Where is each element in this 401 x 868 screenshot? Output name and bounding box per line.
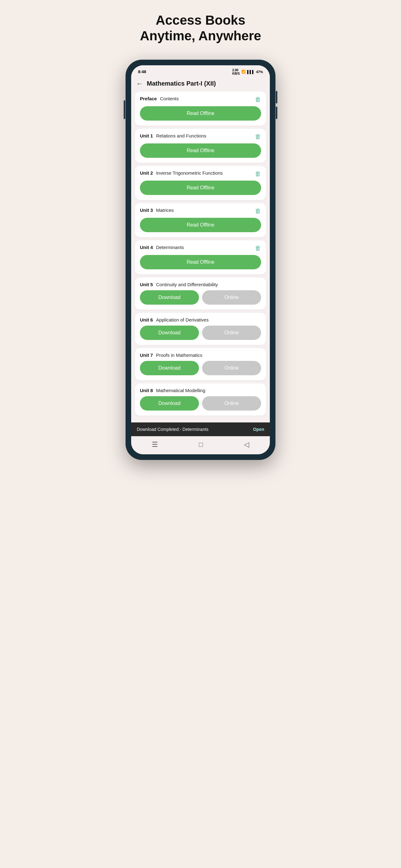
status-bar: 8:48 2.00KB/S 📶 ▌▌▌ 47% [131,65,270,77]
toast-notification: Download Completed:- Determinants Open [131,423,270,436]
read-offline-button-4[interactable]: Read Offline [140,255,261,269]
unit-name-5: Continuity and Differentiability [156,282,218,287]
home-nav-icon[interactable]: □ [199,440,203,449]
unit-header-3: Unit 3 Matrices 🗑 [140,208,261,215]
unit-header-2: Unit 2 Inverse Trigonometric Functions 🗑 [140,170,261,178]
signal-icon: ▌▌▌ [247,70,255,74]
unit-label-5: Unit 5 [140,282,153,287]
download-button-8[interactable]: Download [140,396,199,410]
unit-name-7: Proofs in Mathematics [156,352,202,358]
download-button-7[interactable]: Download [140,361,199,375]
unit-header-preface: Preface Contents 🗑 [140,96,261,103]
unit-header-1: Unit 1 Relations and Functions 🗑 [140,133,261,140]
online-button-6[interactable]: Online [202,326,261,340]
delete-icon-4[interactable]: 🗑 [255,245,261,252]
unit-header-4: Unit 4 Determinants 🗑 [140,245,261,252]
unit-label-2: Unit 2 [140,170,153,176]
battery-text: 47% [256,70,263,74]
back-button[interactable]: ← [136,80,143,88]
content-area: Preface Contents 🗑 Read Offline Unit 1 R… [131,92,270,423]
delete-icon-1[interactable]: 🗑 [255,133,261,140]
unit-card-5: Unit 5 Continuity and Differentiability … [135,277,266,310]
toast-open-button[interactable]: Open [253,427,264,432]
unit-name-1: Relations and Functions [156,133,206,138]
unit-card-7: Unit 7 Proofs in Mathematics Download On… [135,348,266,380]
unit-card-1: Unit 1 Relations and Functions 🗑 Read Of… [135,129,266,163]
unit-card-preface: Preface Contents 🗑 Read Offline [135,92,266,126]
btn-row-5: Download Online [140,290,261,305]
download-button-6[interactable]: Download [140,326,199,340]
toast-message: Download Completed:- Determinants [137,427,209,432]
unit-card-4: Unit 4 Determinants 🗑 Read Offline [135,240,266,274]
unit-name-preface: Contents [160,96,179,101]
wifi-icon: 📶 [241,70,246,74]
status-icons: 2.00KB/S 📶 ▌▌▌ 47% [232,68,263,75]
unit-name-6: Application of Derivatives [156,317,209,322]
unit-header-7: Unit 7 Proofs in Mathematics [140,352,261,358]
phone-frame: 8:48 2.00KB/S 📶 ▌▌▌ 47% ← Mathematics Pa… [126,60,275,460]
online-button-8[interactable]: Online [202,396,261,410]
delete-icon-preface[interactable]: 🗑 [255,96,261,103]
online-button-5[interactable]: Online [202,290,261,305]
speed-indicator: 2.00KB/S [232,68,240,75]
unit-label-1: Unit 1 [140,133,153,138]
btn-row-8: Download Online [140,396,261,410]
menu-nav-icon[interactable]: ☰ [152,440,158,449]
unit-card-2: Unit 2 Inverse Trigonometric Functions 🗑… [135,166,266,200]
unit-name-3: Matrices [156,208,174,213]
volume-down-button [276,106,277,119]
delete-icon-2[interactable]: 🗑 [255,170,261,178]
power-button [124,100,125,119]
unit-header-6: Unit 6 Application of Derivatives [140,317,261,322]
unit-header-5: Unit 5 Continuity and Differentiability [140,282,261,287]
read-offline-button-1[interactable]: Read Offline [140,144,261,158]
unit-label-3: Unit 3 [140,208,153,213]
page-title: Access Books Anytime, Anywhere [140,12,261,44]
volume-up-button [276,91,277,103]
unit-label-preface: Preface [140,96,157,101]
unit-card-3: Unit 3 Matrices 🗑 Read Offline [135,203,266,237]
phone-screen: 8:48 2.00KB/S 📶 ▌▌▌ 47% ← Mathematics Pa… [131,65,270,454]
app-header: ← Mathematics Part-I (XII) [131,77,270,92]
download-button-5[interactable]: Download [140,290,199,305]
btn-row-6: Download Online [140,326,261,340]
status-time: 8:48 [138,69,146,74]
unit-header-8: Unit 8 Mathematical Modelling [140,388,261,393]
unit-label-8: Unit 8 [140,388,153,393]
online-button-7[interactable]: Online [202,361,261,375]
app-header-title: Mathematics Part-I (XII) [147,80,216,87]
unit-label-4: Unit 4 [140,245,153,250]
delete-icon-3[interactable]: 🗑 [255,208,261,215]
read-offline-button-3[interactable]: Read Offline [140,218,261,232]
read-offline-button-2[interactable]: Read Offline [140,181,261,195]
btn-row-7: Download Online [140,361,261,375]
unit-name-4: Determinants [156,245,184,250]
unit-card-6: Unit 6 Application of Derivatives Downlo… [135,313,266,345]
unit-card-8: Unit 8 Mathematical Modelling Download O… [135,383,266,415]
bottom-navigation: ☰ □ ◁ [131,436,270,454]
read-offline-button-preface[interactable]: Read Offline [140,106,261,121]
unit-name-8: Mathematical Modelling [156,388,205,393]
unit-label-7: Unit 7 [140,352,153,358]
unit-name-2: Inverse Trigonometric Functions [156,170,223,176]
back-nav-icon[interactable]: ◁ [244,440,249,449]
unit-label-6: Unit 6 [140,317,153,322]
